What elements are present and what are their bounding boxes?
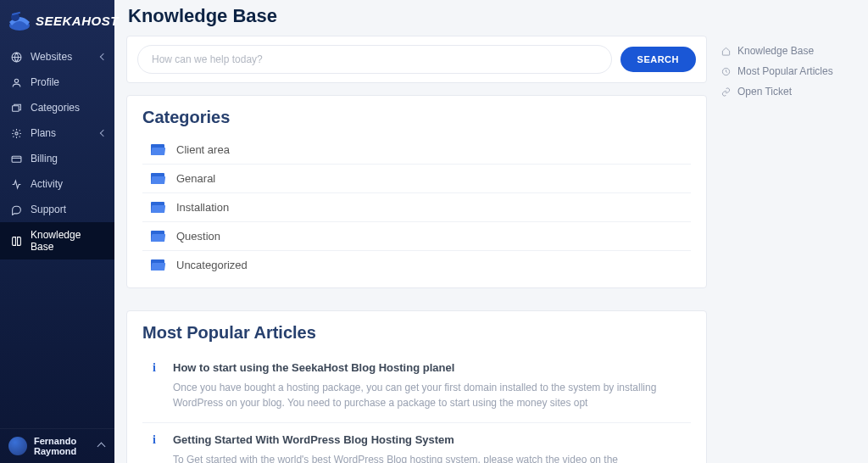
- chevron-left-icon: [100, 130, 107, 137]
- category-item[interactable]: Uncategorized: [142, 251, 691, 279]
- nav-categories[interactable]: Categories: [0, 95, 114, 120]
- category-item[interactable]: Installation: [142, 193, 691, 222]
- nav-label: Plans: [31, 127, 56, 139]
- logo-icon: [7, 8, 32, 32]
- nav-label: Categories: [31, 102, 80, 114]
- chat-icon: [10, 204, 22, 215]
- search-bar: SEARCH: [126, 36, 707, 83]
- article-title[interactable]: Getting Started With WordPress Blog Host…: [173, 433, 454, 446]
- category-item[interactable]: Question: [142, 222, 691, 251]
- category-label: Uncategorized: [176, 259, 248, 271]
- globe-icon: [10, 51, 22, 63]
- clock-icon: [721, 66, 731, 76]
- rightbar-link-ticket[interactable]: Open Ticket: [721, 81, 856, 102]
- user-name: Fernando Raymond: [34, 436, 92, 456]
- user-menu[interactable]: Fernando Raymond: [0, 428, 114, 463]
- article-excerpt: To Get started with the world's best Wor…: [173, 452, 689, 463]
- category-item[interactable]: Genaral: [142, 165, 691, 193]
- brand-logo[interactable]: SEEKAHOST: [0, 0, 114, 44]
- folder-icon: [151, 259, 164, 271]
- categories-card: Categories Client area Genaral Installat…: [126, 95, 707, 288]
- nav-label: Support: [31, 204, 66, 215]
- category-label: Client area: [176, 143, 230, 156]
- category-label: Installation: [176, 201, 229, 214]
- gear-icon: [10, 127, 22, 139]
- nav-websites[interactable]: Websites: [0, 44, 114, 70]
- nav-label: Knowledge Base: [31, 229, 106, 253]
- folder-icon: [151, 231, 164, 242]
- folder-icon: [151, 202, 164, 213]
- article-item: i How to start using the SeekaHost Blog …: [142, 351, 691, 423]
- main-content: Knowledge Base SEARCH Categories Client …: [114, 0, 868, 463]
- nav-knowledge-base[interactable]: Knowledge Base: [0, 222, 114, 259]
- primary-nav: Websites Profile Categories Plans Billin…: [0, 44, 114, 428]
- nav-activity[interactable]: Activity: [0, 171, 114, 197]
- info-icon: i: [149, 361, 159, 375]
- search-button[interactable]: SEARCH: [620, 47, 696, 72]
- svg-point-4: [14, 79, 18, 82]
- svg-rect-5: [12, 105, 19, 111]
- rightbar-label: Knowledge Base: [737, 45, 814, 57]
- nav-plans[interactable]: Plans: [0, 120, 114, 146]
- nav-billing[interactable]: Billing: [0, 146, 114, 171]
- rightbar-label: Open Ticket: [737, 86, 792, 98]
- brand-name: SEEKAHOST: [36, 14, 119, 28]
- chevron-left-icon: [100, 53, 107, 60]
- folder-icon: [151, 173, 164, 184]
- rightbar-label: Most Popular Articles: [737, 65, 833, 77]
- category-label: Genaral: [176, 172, 215, 185]
- home-icon: [721, 46, 731, 56]
- article-item: i Getting Started With WordPress Blog Ho…: [142, 423, 691, 463]
- categories-heading: Categories: [142, 108, 691, 127]
- nav-support[interactable]: Support: [0, 197, 114, 222]
- search-input[interactable]: [137, 45, 612, 74]
- nav-label: Billing: [31, 153, 58, 165]
- svg-rect-7: [12, 156, 21, 162]
- info-icon: i: [149, 433, 159, 447]
- nav-label: Profile: [31, 76, 59, 88]
- cards-icon: [10, 102, 22, 114]
- rightbar-link-popular[interactable]: Most Popular Articles: [721, 61, 856, 81]
- popular-articles-card: Most Popular Articles i How to start usi…: [126, 310, 707, 463]
- folder-icon: [151, 144, 164, 155]
- sidebar: SEEKAHOST Websites Profile Categories Pl…: [0, 0, 114, 463]
- category-label: Question: [176, 230, 220, 243]
- chevron-up-icon: [97, 442, 106, 450]
- nav-profile[interactable]: Profile: [0, 70, 114, 95]
- nav-label: Activity: [31, 178, 63, 190]
- nav-label: Websites: [31, 51, 72, 63]
- rightbar-link-kb[interactable]: Knowledge Base: [721, 41, 856, 61]
- book-icon: [10, 235, 22, 247]
- activity-icon: [10, 178, 22, 190]
- avatar: [8, 437, 27, 455]
- category-item[interactable]: Client area: [142, 136, 691, 165]
- article-title[interactable]: How to start using the SeekaHost Blog Ho…: [173, 361, 454, 374]
- svg-point-6: [14, 131, 17, 134]
- article-excerpt: Once you have bought a hosting package, …: [173, 380, 689, 410]
- right-sidebar: Knowledge Base Most Popular Articles Ope…: [721, 36, 856, 102]
- page-title: Knowledge Base: [128, 5, 856, 27]
- user-icon: [10, 76, 22, 88]
- popular-heading: Most Popular Articles: [142, 323, 691, 343]
- link-icon: [721, 86, 731, 97]
- card-icon: [10, 153, 22, 165]
